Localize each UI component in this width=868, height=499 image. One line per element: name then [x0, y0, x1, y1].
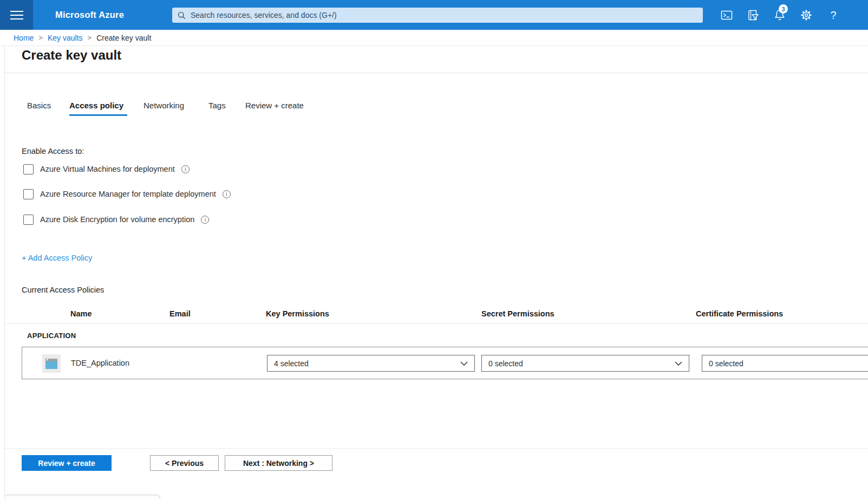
info-icon[interactable]: i [181, 165, 190, 173]
key-permissions-dropdown[interactable]: 4 selected [267, 355, 475, 372]
arm-template-checkbox[interactable] [23, 189, 34, 199]
active-tab-underline [69, 114, 127, 116]
checkbox-label: Azure Disk Encryption for volume encrypt… [40, 215, 194, 224]
notification-count-badge: 3 [779, 4, 788, 14]
checkbox-row-disk-encryption: Azure Disk Encryption for volume encrypt… [23, 213, 209, 225]
key-permissions-value: 4 selected [274, 359, 460, 368]
add-access-policy-link[interactable]: + Add Access Policy [22, 254, 92, 262]
review-create-button[interactable]: Review + create [22, 455, 112, 471]
checkbox-row-vm-deployment: Azure Virtual Machines for deployment i [23, 163, 190, 175]
tab-tags[interactable]: Tags [208, 101, 226, 110]
checkbox-label: Azure Virtual Machines for deployment [40, 165, 175, 173]
chevron-down-icon [675, 361, 682, 366]
column-header-name: Name [70, 309, 92, 318]
cloud-shell-icon [720, 9, 733, 22]
previous-button[interactable]: < Previous [150, 455, 219, 471]
search-input[interactable] [191, 11, 697, 20]
search-icon [178, 11, 186, 20]
secret-permissions-value: 0 selected [488, 359, 675, 368]
tab-review-create[interactable]: Review + create [245, 101, 304, 110]
application-group-label: APPLICATION [27, 332, 76, 340]
vm-deployment-checkbox[interactable] [23, 164, 34, 174]
tab-networking[interactable]: Networking [143, 101, 184, 110]
checkbox-label: Azure Resource Manager for template depl… [40, 190, 216, 198]
tab-access-policy[interactable]: Access policy [69, 101, 123, 110]
policy-name: TDE_Application [71, 359, 129, 367]
help-button[interactable]: ? [826, 8, 840, 22]
hamburger-icon [10, 18, 23, 20]
column-header-key-permissions: Key Permissions [266, 309, 329, 318]
application-icon [42, 354, 61, 373]
column-header-email: Email [169, 309, 191, 318]
enable-access-label: Enable Access to: [22, 147, 84, 155]
breadcrumb-home-link[interactable]: Home [14, 34, 34, 42]
table-header-divider [5, 323, 868, 324]
left-page-divider [4, 46, 5, 499]
global-search-box[interactable] [172, 8, 703, 23]
footer-divider [5, 448, 868, 449]
settings-button[interactable] [799, 8, 813, 22]
directory-filter-icon [746, 9, 759, 22]
checkbox-row-arm-template: Azure Resource Manager for template depl… [23, 188, 231, 200]
bottom-panel-edge [5, 495, 160, 499]
hamburger-icon [10, 11, 23, 12]
page-title: Create key vault [22, 48, 121, 63]
info-icon[interactable]: i [201, 216, 209, 224]
next-networking-button[interactable]: Next : Networking > [225, 455, 332, 471]
hamburger-icon [10, 15, 23, 16]
breadcrumb-current: Create key vault [96, 34, 151, 42]
breadcrumb-separator: > [38, 34, 43, 42]
table-row: TDE_Application 4 selected 0 selected 0 … [22, 347, 868, 379]
certificate-permissions-value: 0 selected [709, 359, 868, 368]
directory-filter-button[interactable] [746, 8, 760, 22]
breadcrumb-key-vaults-link[interactable]: Key vaults [48, 34, 83, 42]
cloud-shell-button[interactable] [720, 8, 734, 22]
help-icon: ? [830, 9, 836, 22]
gear-icon [800, 9, 813, 22]
create-key-vault-page: Microsoft Azure [0, 0, 868, 499]
hamburger-menu-button[interactable] [0, 0, 33, 30]
title-divider [5, 73, 868, 73]
disk-encryption-checkbox[interactable] [23, 215, 34, 225]
breadcrumb: Home > Key vaults > Create key vault [0, 30, 868, 46]
breadcrumb-separator: > [88, 34, 92, 42]
certificate-permissions-dropdown[interactable]: 0 selected [702, 355, 868, 372]
info-icon[interactable]: i [223, 190, 231, 198]
column-header-certificate-permissions: Certificate Permissions [696, 309, 783, 318]
chevron-down-icon [460, 361, 468, 366]
tab-basics[interactable]: Basics [27, 101, 51, 110]
current-access-policies-title: Current Access Policies [22, 286, 104, 294]
column-header-secret-permissions: Secret Permissions [481, 309, 554, 318]
secret-permissions-dropdown[interactable]: 0 selected [481, 355, 689, 372]
azure-brand-title: Microsoft Azure [55, 0, 124, 30]
azure-top-bar: Microsoft Azure [0, 0, 868, 30]
